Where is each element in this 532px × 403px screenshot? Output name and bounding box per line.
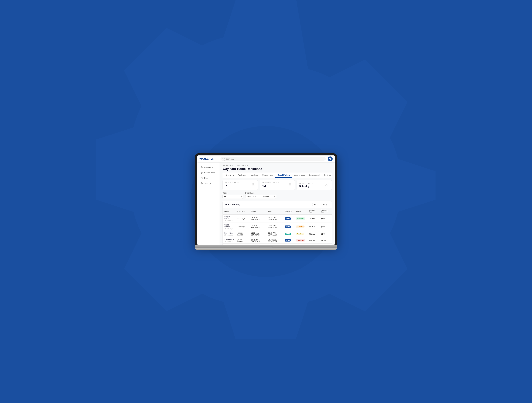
svg-point-7 [290, 183, 291, 185]
cell-guest: Garret Flower 26 mins ago [223, 223, 236, 231]
sidebar-item-label: WayHome [204, 166, 213, 168]
cell-plate: ABC123 [307, 223, 319, 231]
laptop-bezel: WAYLEADR Search ... AK [195, 153, 337, 245]
stat-active-label: ACTIVE GUESTS [225, 182, 239, 184]
cell-guest: Alex Medina 26 mins ago [223, 237, 236, 244]
cell-ends: 12:24 PM 31/07/2024 [266, 237, 283, 244]
breadcrumb-sep: | [234, 165, 236, 167]
search-icon [222, 158, 225, 160]
stat-upcoming-label: UPCOMING GUESTS [262, 182, 279, 184]
tab-settings[interactable]: Settings [322, 173, 333, 178]
sidebar: WayHome Submit Ideas Help [197, 162, 220, 245]
stat-upcoming-value: 14 [262, 184, 279, 188]
search-placeholder: Search ... [226, 158, 234, 160]
filters-row: Status All Approved Pending Cancelled Ov… [222, 192, 332, 199]
cell-plate: SIW827 [307, 237, 319, 244]
breadcrumb: WAYHOME | LOCATIONS [222, 165, 332, 167]
stat-busiest-value: Saturday [299, 185, 314, 187]
cell-plate: CRD861 [307, 215, 319, 223]
gear-icon [200, 182, 203, 185]
cell-ends: 09:24 AM 31/07/2024 [266, 215, 283, 223]
table-row: Bruno Diniz 26 mins ago Terence Kaplan 0… [223, 231, 332, 237]
guest-parking-table-section: Guest Parking Export to CSV Guest [222, 201, 332, 245]
col-resident: Resident [236, 208, 249, 215]
svg-point-5 [202, 183, 202, 184]
top-bar: WAYLEADR Search ... AK [197, 155, 335, 162]
col-fee: Booking Fee [319, 208, 332, 215]
breadcrumb-part2: LOCATIONS [237, 165, 248, 167]
sidebar-item-help[interactable]: Help [198, 175, 219, 181]
cell-space: AR13 [283, 237, 294, 244]
tabs-container: Overview Analytics Residents Space Types… [222, 173, 332, 178]
cell-starts: 11:24 AM 31/07/2024 [249, 237, 266, 244]
tab-overview[interactable]: Overview [224, 173, 236, 178]
stat-upcoming-guests: UPCOMING GUESTS 14 [260, 180, 295, 190]
col-guest: Guest [223, 208, 236, 215]
cell-fee: $1.00 [319, 231, 332, 237]
date-range-select[interactable]: 01/06/2024 → 12/06/2024 [245, 195, 276, 199]
content-area: WAYHOME | LOCATIONS Wayleadr Home Reside… [220, 162, 335, 245]
cell-status: Refunded [294, 244, 307, 245]
status-select[interactable]: All Approved Pending Cancelled Overstay … [222, 195, 243, 199]
tab-space-types[interactable]: Space Types [260, 173, 275, 178]
cell-status: Pending [294, 231, 307, 237]
cell-resident: Kevin Farrell [236, 244, 249, 245]
laptop-base [195, 245, 337, 248]
cell-fee: $5.00 [319, 223, 332, 231]
sidebar-item-settings[interactable]: Settings [198, 181, 219, 186]
tab-activity-logs[interactable]: Activity Logs [292, 173, 307, 178]
cell-space: AR10 [283, 223, 294, 231]
cell-resident: Amar Agic [236, 215, 249, 223]
cell-space: AR11 [283, 215, 294, 223]
cell-ends: 10:24 AM 31/07/2024 [266, 223, 283, 231]
tab-residents[interactable]: Residents [248, 173, 260, 178]
tab-guest-parking[interactable]: Guest Parking [275, 173, 292, 178]
stat-active-value: 7 [225, 184, 239, 188]
laptop-wrapper: WAYLEADR Search ... AK [195, 153, 337, 250]
cell-status: Overstay [294, 223, 307, 231]
col-status: Status [294, 208, 307, 215]
cell-guest: Bruno Diniz 26 mins ago [223, 231, 236, 237]
main-layout: WayHome Submit Ideas Help [197, 162, 335, 245]
user-avatar[interactable]: AK [328, 156, 333, 161]
sidebar-item-wayhome[interactable]: WayHome [198, 165, 219, 170]
table-header: Guest Parking Export to CSV [223, 201, 332, 208]
home-icon [200, 166, 203, 168]
cell-status: Approved [294, 215, 307, 223]
cell-plate: LLO29 [307, 244, 319, 245]
cell-starts: 12:24 PM 31/07/2024 [249, 244, 266, 245]
stat-active-guests: ACTIVE GUESTS 7 [222, 180, 258, 190]
lightbulb-icon [200, 172, 203, 174]
cell-starts: 08:24 AM 31/07/2024 [249, 215, 266, 223]
table-row: Garret Flower 26 mins ago Amar Agic 09:2… [223, 223, 332, 231]
cell-plate: KJB782 [307, 231, 319, 237]
tab-analytics[interactable]: Analytics [236, 173, 248, 178]
sidebar-item-label: Submit Ideas [204, 172, 215, 174]
logo-area: WAYLEADR [199, 157, 218, 161]
guest-parking-table: Guest Resident Starts Ends Space(s) Stat… [223, 208, 332, 245]
date-select-wrapper: 01/06/2024 → 12/06/2024 [245, 195, 276, 199]
status-select-wrapper: All Approved Pending Cancelled Overstay … [222, 195, 243, 199]
date-filter-label: Date Range [245, 192, 276, 194]
col-plate: Vehicle Plate [307, 208, 319, 215]
cell-resident: Terence Kaplan [236, 231, 249, 237]
person-upcoming-icon [288, 183, 292, 187]
table-row: Fergus Farrell 26 mins ago Amar Agic 08:… [223, 215, 332, 223]
sidebar-item-label: Help [204, 177, 208, 179]
search-box[interactable]: Search ... [221, 157, 326, 161]
tab-enforcement[interactable]: Enforcement [307, 173, 322, 178]
download-icon [326, 204, 328, 205]
trending-icon [325, 183, 329, 187]
cell-fee: $8.00 [319, 215, 332, 223]
laptop-foot [195, 248, 337, 250]
col-spaces: Space(s) [283, 208, 294, 215]
table-row: Alex Prince Kevin Farrell 12:24 PM 31/07… [223, 244, 332, 245]
sidebar-item-submit-ideas[interactable]: Submit Ideas [198, 170, 219, 175]
export-csv-button[interactable]: Export to CSV [312, 203, 329, 206]
cell-resident: Amar Agic [236, 223, 249, 231]
cell-guest: Alex Prince [223, 244, 236, 245]
stat-busiest-label: BUSIEST DAY YTD [299, 183, 314, 184]
cell-ends: 11:24 AM 31/07/2024 [266, 231, 283, 237]
help-icon [200, 177, 203, 179]
status-filter-label: Status [222, 192, 243, 194]
